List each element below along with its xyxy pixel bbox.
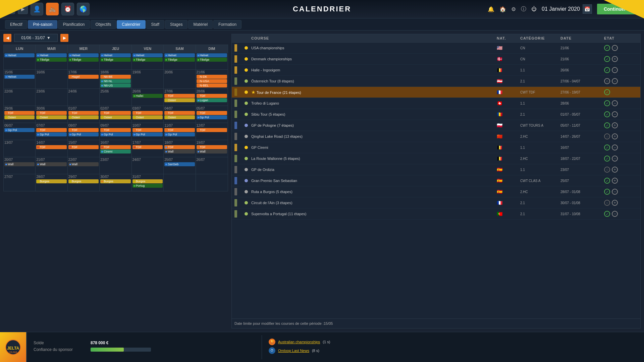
event-wall-2[interactable]: Wall bbox=[197, 149, 227, 154]
event-tdf-21[interactable]: TDF bbox=[197, 145, 227, 149]
event-tbelge-2[interactable]: TBelge bbox=[68, 58, 99, 62]
event-wall-4[interactable]: Wall bbox=[36, 162, 66, 166]
cal-cell-4[interactable]: Helvet TBelge bbox=[132, 53, 164, 69]
event-wall-5[interactable]: Wall bbox=[68, 162, 99, 166]
minus-icon[interactable]: − bbox=[612, 100, 618, 106]
event-osterr-6[interactable]: Osterr bbox=[132, 115, 163, 119]
cal-cell-22[interactable]: 22/06 bbox=[4, 89, 36, 106]
cal-cell-23b[interactable]: 23/07 bbox=[100, 157, 131, 174]
event-ntt-be[interactable]: Ntt-BE bbox=[100, 75, 130, 79]
event-burgos-1[interactable]: Burgos bbox=[36, 179, 66, 183]
cal-cell-03[interactable]: 03/07 TDF Osterr bbox=[132, 106, 164, 123]
tab-materiel[interactable]: Matériel bbox=[188, 20, 213, 29]
cal-cell-09[interactable]: 09/07 TDF Gp Pol bbox=[100, 123, 131, 140]
cal-cell-6[interactable]: Helvet TBelge bbox=[196, 53, 228, 69]
event-osterr-2[interactable]: Osterr bbox=[4, 115, 35, 119]
race-row-tdf[interactable]: ★ Tour de France (21 étapes) 🇫🇷 CWT TDF … bbox=[232, 87, 640, 98]
event-tdf-7[interactable]: TDF bbox=[132, 111, 163, 115]
cal-cell-14[interactable]: 14/07 TDF bbox=[36, 140, 67, 157]
cal-cell-19b[interactable]: 19/07 TDF Wall bbox=[196, 140, 228, 157]
event-lugan[interactable]: Lugan bbox=[197, 98, 227, 102]
tab-objectifs[interactable]: Objectifs bbox=[91, 20, 116, 29]
check-icon[interactable]: ✓ bbox=[604, 89, 610, 95]
event-hallei[interactable]: Hallei bbox=[132, 94, 163, 98]
check-icon[interactable]: ✓ bbox=[604, 122, 610, 128]
event-gp-pol-2[interactable]: Gp Pol bbox=[4, 128, 35, 132]
race-row-pologne[interactable]: GP de Pologne (7 étapes) 🇵🇱 CWT TOURS A … bbox=[232, 120, 640, 131]
news-link-australian[interactable]: Australian championships bbox=[278, 340, 320, 344]
tab-staff[interactable]: Staff bbox=[146, 20, 164, 29]
event-tdf-2[interactable]: TDF bbox=[197, 94, 227, 98]
check-icon[interactable]: ✓ bbox=[604, 56, 610, 62]
minus-icon[interactable]: − bbox=[612, 211, 618, 217]
event-tbelge-6[interactable]: TBelge bbox=[197, 58, 227, 62]
cal-cell-31b[interactable]: 31/07 Burgos Portug bbox=[132, 174, 164, 191]
check-icon[interactable]: ✓ bbox=[604, 100, 610, 106]
race-row-qinghai[interactable]: Qinghai Lake Road (13 étapes) 🇨🇳 2.HC 14… bbox=[232, 131, 640, 142]
check-icon[interactable]: ✓ bbox=[604, 67, 610, 73]
cal-next-button[interactable]: ▶ bbox=[60, 34, 68, 42]
event-tdf-17[interactable]: TDF bbox=[68, 145, 99, 149]
event-tdf-16[interactable]: TDF bbox=[36, 145, 66, 149]
cal-cell-21b[interactable]: 21/07 Wall bbox=[36, 157, 67, 174]
circle-icon[interactable]: ○ bbox=[604, 167, 610, 173]
event-gp-pol-5[interactable]: Gp Pol bbox=[100, 132, 130, 136]
event-helvet-1[interactable]: Helvet bbox=[4, 53, 35, 57]
race-list[interactable]: USA championships 🇺🇸 CN 21/06 ✓ − Denmar… bbox=[232, 43, 640, 318]
cal-cell-19[interactable]: 19/06 bbox=[132, 70, 164, 88]
cal-cell-17b[interactable]: 17/07 TDF bbox=[132, 140, 164, 157]
cal-cell-20[interactable]: 20/06 bbox=[164, 70, 196, 88]
cal-cell-25b[interactable]: 25/07 SanSeb bbox=[164, 157, 196, 174]
event-tdf-9[interactable]: TDF bbox=[197, 111, 227, 115]
cal-cell-10[interactable]: 10/07 TDF Gp Pol bbox=[132, 123, 164, 140]
event-tdf-20[interactable]: TDF bbox=[164, 145, 195, 149]
plus-icon[interactable]: + bbox=[612, 56, 618, 62]
event-n-dk[interactable]: N-DK bbox=[197, 75, 227, 79]
event-ciremi[interactable]: Ciremi bbox=[100, 149, 130, 154]
minus-icon[interactable]: − bbox=[612, 189, 618, 195]
event-gp-pol-6[interactable]: Gp Pol bbox=[132, 132, 163, 136]
cal-cell-30[interactable]: 30/06 TDF Osterr bbox=[36, 106, 67, 123]
cal-cell-30b[interactable]: 30/07 Burgos bbox=[100, 174, 131, 191]
event-sanseb[interactable]: SanSeb bbox=[164, 162, 195, 166]
event-n-usa[interactable]: N-USA bbox=[197, 79, 227, 83]
race-row-osterreich[interactable]: Österreich Tour (8 étapes) 🇦🇹 2.1 27/06 … bbox=[232, 76, 640, 87]
cal-cell-12[interactable]: 12/07 TDF bbox=[196, 123, 228, 140]
minus-icon[interactable]: − bbox=[612, 156, 618, 162]
minus-icon[interactable]: − bbox=[612, 111, 618, 117]
plus-icon[interactable]: + bbox=[612, 200, 618, 206]
cal-cell-01[interactable]: 01/07 TDF Osterr bbox=[68, 106, 100, 123]
event-tdf-12[interactable]: TDF bbox=[100, 128, 130, 132]
cal-cell-0[interactable]: Helvet bbox=[4, 53, 36, 69]
minus-icon[interactable]: − bbox=[612, 45, 618, 51]
event-osterr-7[interactable]: Osterr bbox=[164, 115, 195, 119]
event-osterr-4[interactable]: Osterr bbox=[68, 115, 99, 119]
check-icon[interactable]: ✓ bbox=[604, 144, 610, 150]
event-tdf-14[interactable]: TDF bbox=[164, 128, 195, 132]
cal-cell-27[interactable]: 27/06 TDF Osterr bbox=[164, 89, 196, 106]
cal-cell-29[interactable]: 29/06 TDF Osterr bbox=[4, 106, 36, 123]
race-row-denmark[interactable]: Denmark championships 🇩🇰 CN 21/06 ✓ + bbox=[232, 54, 640, 65]
cal-cell-16b[interactable]: 16/07 TDF Ciremi bbox=[100, 140, 131, 157]
race-row-portugal[interactable]: Supervolta a Portugal (11 étapes) 🇵🇹 2.1… bbox=[232, 208, 640, 220]
event-tdf-6[interactable]: TDF bbox=[100, 111, 130, 115]
event-helvet-6[interactable]: Helvet bbox=[164, 53, 195, 57]
cal-cell-17[interactable]: 17/06 Hagel bbox=[68, 70, 100, 88]
cal-cell-25[interactable]: 25/06 bbox=[100, 89, 131, 106]
check-icon[interactable]: ✓ bbox=[604, 45, 610, 51]
event-wall-3[interactable]: Wall bbox=[4, 162, 35, 166]
cal-cell-26[interactable]: 26/06 Hallei bbox=[132, 89, 164, 106]
event-burgos-3[interactable]: Burgos bbox=[100, 179, 130, 183]
cal-cell-06[interactable]: 06/07 Gp Pol bbox=[4, 123, 36, 140]
event-gp-pol-3[interactable]: Gp Pol bbox=[36, 132, 66, 136]
check-icon[interactable]: ✓ bbox=[604, 211, 610, 217]
event-helvet-3[interactable]: Helvet bbox=[68, 53, 99, 57]
cal-cell-15[interactable]: 15/06 Helvet bbox=[4, 70, 36, 88]
event-tdf-3[interactable]: TDF bbox=[4, 111, 35, 115]
race-row-ciremi[interactable]: GP Ciremi 🇧🇪 1.1 16/07 ✓ − bbox=[232, 142, 640, 153]
race-row-burgos[interactable]: Ruta a Burgos (5 étapes) 🇪🇸 2.HC 28/07 -… bbox=[232, 186, 640, 197]
event-portug[interactable]: Portug bbox=[132, 184, 163, 188]
event-helvet-4[interactable]: Helvet bbox=[100, 53, 130, 57]
cal-cell-22b[interactable]: 22/07 Wall bbox=[68, 157, 100, 174]
plus-icon[interactable]: + bbox=[612, 178, 618, 184]
